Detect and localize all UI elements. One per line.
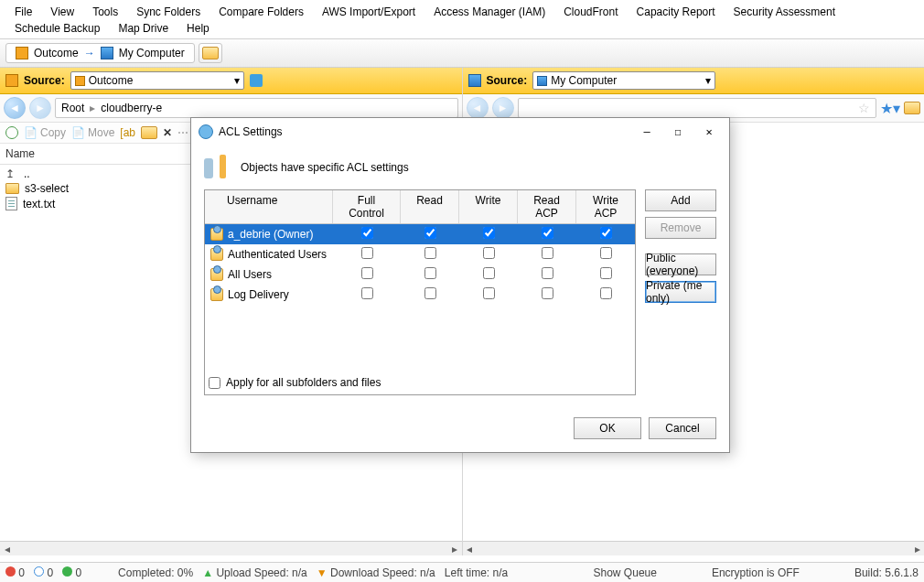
acl-checkbox[interactable] [542,227,553,239]
acl-checkbox[interactable] [361,287,373,299]
bucket-icon [16,47,28,59]
col-read[interactable]: Read [401,190,459,223]
favorites-menu-icon[interactable]: ★▾ [880,100,900,117]
acl-checkbox[interactable] [424,227,436,239]
acl-checkbox[interactable] [483,287,495,299]
acl-username: Authenticated Users [228,248,327,261]
pc-icon [101,47,113,59]
menu-capacity-report[interactable]: Capacity Report [628,4,725,20]
chevron-right-icon: ▸ [90,102,95,114]
copy-button[interactable]: 📄 Copy [24,126,66,139]
acl-checkbox[interactable] [600,287,612,299]
folder-plus-icon [202,47,219,59]
acl-checkbox[interactable] [542,247,553,259]
tools-icon [204,155,230,180]
private-button[interactable]: Private (me only) [645,281,716,303]
menu-cloudfront[interactable]: CloudFront [554,4,627,20]
favorite-icon[interactable]: ☆ [858,101,870,115]
pending-count[interactable]: 0 [34,566,53,579]
menu-view[interactable]: View [41,4,83,20]
menu-sync-folders[interactable]: Sync Folders [127,4,210,20]
acl-checkbox[interactable] [600,227,612,239]
bucket-icon [75,76,85,86]
breadcrumb-current[interactable]: cloudberry-e [101,102,162,114]
acl-checkbox[interactable] [483,227,495,239]
acl-checkbox[interactable] [483,267,495,279]
address-bar-right[interactable]: ☆ [518,98,877,118]
chevron-down-icon: ▾ [705,74,711,87]
open-folder-button[interactable] [904,102,920,114]
breadcrumb-root[interactable]: Root [61,102,84,114]
source-select-left[interactable]: Outcome ▾ [70,71,244,90]
menu-compare-folders[interactable]: Compare Folders [210,4,313,20]
acl-checkbox[interactable] [424,247,436,259]
col-full-control[interactable]: Full Control [333,190,401,223]
menu-help[interactable]: Help [177,20,219,37]
tab-outcome[interactable]: Outcome → My Computer [5,43,195,63]
h-scrollbar-left[interactable]: ◂▸ [0,541,462,555]
menu-file[interactable]: File [5,4,41,20]
show-queue-link[interactable]: Show Queue [594,566,657,579]
col-write[interactable]: Write [459,190,518,223]
dialog-title: ACL Settings [219,125,283,138]
acl-checkbox[interactable] [424,287,436,299]
close-button[interactable]: ✕ [696,124,722,140]
acl-row[interactable]: All Users [205,264,635,285]
breadcrumb-bar[interactable]: Root ▸ cloudberry-e [55,98,458,118]
menu-tools[interactable]: Tools [83,4,127,20]
acl-username-cell: Authenticated Users [205,245,333,264]
source-bar-right: Source: My Computer ▾ [463,68,925,94]
more-button[interactable]: ⋯ [177,126,188,139]
menu-access-manager-iam-[interactable]: Access Manager (IAM) [424,4,554,20]
refresh-button[interactable] [5,126,18,139]
source-select-right[interactable]: My Computer ▾ [532,71,715,90]
remove-button[interactable]: Remove [645,217,716,239]
move-button[interactable]: 📄 Move [71,126,114,139]
acl-checkbox[interactable] [483,247,495,259]
back-button[interactable]: ◄ [467,97,489,119]
acl-checkbox[interactable] [424,267,436,279]
col-username[interactable]: Username [205,190,333,223]
forward-button[interactable]: ► [492,97,514,119]
error-count[interactable]: 0 [5,566,25,579]
acl-row[interactable]: Log Delivery [205,285,635,305]
acl-checkbox[interactable] [361,267,373,279]
acl-row[interactable]: Authenticated Users [205,244,635,264]
apply-subfolders-row[interactable]: Apply for all subfolders and files [205,371,635,394]
acl-row[interactable]: a_debrie (Owner) [205,224,635,244]
public-button[interactable]: Public (everyone) [645,253,716,275]
new-tab-button[interactable] [199,43,222,63]
pc-icon [537,76,547,86]
rename-button[interactable]: [ab [120,126,135,139]
acl-username-cell: Log Delivery [205,286,333,304]
add-button[interactable]: Add [645,189,716,211]
dialog-title-bar[interactable]: ACL Settings ― ☐ ✕ [191,118,729,146]
menu-map-drive[interactable]: Map Drive [109,20,177,37]
acl-checkbox[interactable] [361,227,373,239]
minimize-button[interactable]: ― [634,124,660,140]
col-write-acp[interactable]: Write ACP [576,190,635,223]
acl-checkbox[interactable] [361,247,373,259]
acl-checkbox[interactable] [600,267,612,279]
acl-checkbox[interactable] [542,287,553,299]
ok-button[interactable]: OK [574,417,641,439]
col-read-acp[interactable]: Read ACP [518,190,576,223]
encryption-status: Encryption is OFF [712,566,800,579]
menu-aws-import-export[interactable]: AWS Import/Export [313,4,424,20]
cancel-button[interactable]: Cancel [649,417,716,439]
h-scrollbar-right[interactable]: ◂▸ [463,541,925,555]
menu-schedule-backup[interactable]: Schedule Backup [5,20,109,37]
menu-security-assessment[interactable]: Security Assessment [725,4,844,20]
ok-count[interactable]: 0 [62,566,81,579]
maximize-button[interactable]: ☐ [665,124,691,140]
apply-subfolders-checkbox[interactable] [209,377,220,389]
back-button[interactable]: ◄ [4,97,26,119]
forward-button[interactable]: ► [29,97,51,119]
acl-checkbox[interactable] [542,267,553,279]
lock-icon[interactable] [250,74,263,87]
source-bar-left: Source: Outcome ▾ [0,68,462,94]
acl-checkbox[interactable] [600,247,612,259]
delete-button[interactable]: ✕ [163,126,172,139]
acl-username-cell: All Users [205,265,333,284]
open-button[interactable] [141,126,157,139]
